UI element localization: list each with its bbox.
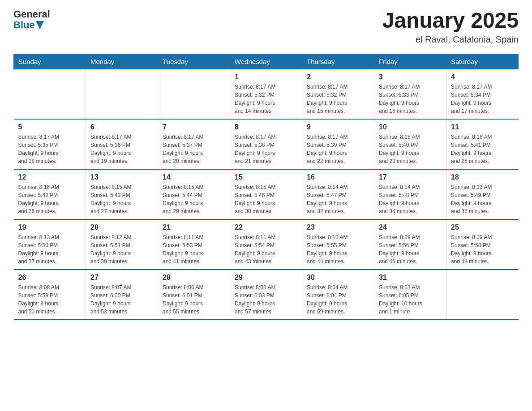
day-info: Sunrise: 8:17 AM Sunset: 5:36 PM Dayligh…	[90, 133, 153, 165]
calendar-cell: 20Sunrise: 8:12 AM Sunset: 5:51 PM Dayli…	[86, 219, 158, 270]
calendar-cell: 1Sunrise: 8:17 AM Sunset: 5:32 PM Daylig…	[230, 69, 302, 119]
calendar-cell: 6Sunrise: 8:17 AM Sunset: 5:36 PM Daylig…	[86, 119, 158, 169]
day-info: Sunrise: 8:14 AM Sunset: 5:47 PM Dayligh…	[307, 183, 369, 215]
month-title: January 2025	[382, 9, 519, 33]
day-info: Sunrise: 8:16 AM Sunset: 5:41 PM Dayligh…	[451, 133, 514, 165]
day-number: 18	[451, 173, 514, 181]
day-info: Sunrise: 8:07 AM Sunset: 6:00 PM Dayligh…	[90, 283, 153, 316]
calendar-cell: 14Sunrise: 8:15 AM Sunset: 5:44 PM Dayli…	[158, 169, 230, 219]
header-day-friday: Friday	[374, 54, 446, 69]
day-number: 11	[451, 123, 514, 131]
day-number: 25	[451, 223, 514, 231]
week-row-1: 1Sunrise: 8:17 AM Sunset: 5:32 PM Daylig…	[14, 69, 519, 119]
calendar-cell: 16Sunrise: 8:14 AM Sunset: 5:47 PM Dayli…	[302, 169, 374, 219]
calendar-cell	[14, 69, 86, 119]
calendar-cell: 4Sunrise: 8:17 AM Sunset: 5:34 PM Daylig…	[446, 69, 519, 119]
day-number: 1	[235, 73, 297, 81]
day-number: 21	[163, 223, 225, 231]
calendar-cell: 19Sunrise: 8:13 AM Sunset: 5:50 PM Dayli…	[14, 219, 86, 270]
day-info: Sunrise: 8:13 AM Sunset: 5:49 PM Dayligh…	[451, 183, 514, 215]
day-info: Sunrise: 8:10 AM Sunset: 5:55 PM Dayligh…	[307, 233, 369, 265]
day-info: Sunrise: 8:17 AM Sunset: 5:34 PM Dayligh…	[451, 83, 514, 115]
page-header: General Blue January 2025 el Raval, Cata…	[13, 9, 519, 45]
day-info: Sunrise: 8:14 AM Sunset: 5:48 PM Dayligh…	[379, 183, 442, 215]
calendar-cell: 5Sunrise: 8:17 AM Sunset: 5:35 PM Daylig…	[14, 119, 86, 169]
calendar-cell: 21Sunrise: 8:11 AM Sunset: 5:53 PM Dayli…	[158, 219, 230, 270]
header-row: SundayMondayTuesdayWednesdayThursdayFrid…	[14, 54, 519, 69]
calendar-cell: 23Sunrise: 8:10 AM Sunset: 5:55 PM Dayli…	[302, 219, 374, 270]
day-number: 26	[18, 274, 82, 282]
day-info: Sunrise: 8:17 AM Sunset: 5:35 PM Dayligh…	[18, 133, 82, 165]
day-number: 14	[163, 173, 225, 181]
day-number: 10	[379, 123, 442, 131]
header-day-thursday: Thursday	[302, 54, 374, 69]
day-number: 15	[235, 173, 297, 181]
calendar-header: SundayMondayTuesdayWednesdayThursdayFrid…	[14, 54, 519, 69]
day-info: Sunrise: 8:06 AM Sunset: 6:01 PM Dayligh…	[163, 283, 225, 316]
title-block: January 2025 el Raval, Catalonia, Spain	[382, 9, 519, 45]
day-number: 27	[90, 274, 153, 282]
day-info: Sunrise: 8:08 AM Sunset: 5:59 PM Dayligh…	[18, 283, 82, 316]
calendar-cell: 17Sunrise: 8:14 AM Sunset: 5:48 PM Dayli…	[374, 169, 446, 219]
day-info: Sunrise: 8:05 AM Sunset: 6:03 PM Dayligh…	[235, 283, 297, 316]
day-number: 23	[307, 223, 369, 231]
day-number: 20	[90, 223, 153, 231]
day-number: 28	[163, 274, 225, 282]
day-info: Sunrise: 8:17 AM Sunset: 5:32 PM Dayligh…	[307, 83, 369, 115]
calendar-cell: 26Sunrise: 8:08 AM Sunset: 5:59 PM Dayli…	[14, 270, 86, 320]
day-info: Sunrise: 8:15 AM Sunset: 5:46 PM Dayligh…	[235, 183, 297, 215]
day-number: 2	[307, 73, 369, 81]
day-info: Sunrise: 8:11 AM Sunset: 5:54 PM Dayligh…	[235, 233, 297, 265]
week-row-5: 26Sunrise: 8:08 AM Sunset: 5:59 PM Dayli…	[14, 270, 519, 320]
day-number: 24	[379, 223, 442, 231]
day-number: 6	[90, 123, 153, 131]
header-day-tuesday: Tuesday	[158, 54, 230, 69]
calendar-body: 1Sunrise: 8:17 AM Sunset: 5:32 PM Daylig…	[14, 69, 519, 320]
header-day-monday: Monday	[86, 54, 158, 69]
header-day-saturday: Saturday	[446, 54, 519, 69]
logo: General Blue	[13, 9, 50, 30]
calendar-cell: 28Sunrise: 8:06 AM Sunset: 6:01 PM Dayli…	[158, 270, 230, 320]
calendar-cell	[86, 69, 158, 119]
day-number: 17	[379, 173, 442, 181]
calendar-cell: 24Sunrise: 8:09 AM Sunset: 5:56 PM Dayli…	[374, 219, 446, 270]
day-number: 9	[307, 123, 369, 131]
day-number: 29	[235, 274, 297, 282]
day-info: Sunrise: 8:17 AM Sunset: 5:33 PM Dayligh…	[379, 83, 442, 115]
day-info: Sunrise: 8:03 AM Sunset: 6:05 PM Dayligh…	[379, 283, 442, 316]
location-subtitle: el Raval, Catalonia, Spain	[382, 34, 519, 45]
calendar-cell: 31Sunrise: 8:03 AM Sunset: 6:05 PM Dayli…	[374, 270, 446, 320]
day-number: 19	[18, 223, 82, 231]
calendar-cell	[158, 69, 230, 119]
calendar-cell: 25Sunrise: 8:09 AM Sunset: 5:58 PM Dayli…	[446, 219, 519, 270]
day-number: 31	[379, 274, 442, 282]
calendar-cell: 29Sunrise: 8:05 AM Sunset: 6:03 PM Dayli…	[230, 270, 302, 320]
day-info: Sunrise: 8:17 AM Sunset: 5:37 PM Dayligh…	[163, 133, 225, 165]
logo-blue: Blue	[13, 20, 35, 30]
day-number: 12	[18, 173, 82, 181]
day-number: 7	[163, 123, 225, 131]
calendar-cell: 22Sunrise: 8:11 AM Sunset: 5:54 PM Dayli…	[230, 219, 302, 270]
day-info: Sunrise: 8:12 AM Sunset: 5:51 PM Dayligh…	[90, 233, 153, 265]
day-info: Sunrise: 8:04 AM Sunset: 6:04 PM Dayligh…	[307, 283, 369, 316]
week-row-4: 19Sunrise: 8:13 AM Sunset: 5:50 PM Dayli…	[14, 219, 519, 270]
day-number: 4	[451, 73, 514, 81]
week-row-3: 12Sunrise: 8:16 AM Sunset: 5:42 PM Dayli…	[14, 169, 519, 219]
day-number: 30	[307, 274, 369, 282]
day-info: Sunrise: 8:17 AM Sunset: 5:38 PM Dayligh…	[235, 133, 297, 165]
logo-general: General	[13, 9, 50, 20]
day-info: Sunrise: 8:13 AM Sunset: 5:50 PM Dayligh…	[18, 233, 82, 265]
calendar-cell: 18Sunrise: 8:13 AM Sunset: 5:49 PM Dayli…	[446, 169, 519, 219]
day-number: 8	[235, 123, 297, 131]
day-number: 13	[90, 173, 153, 181]
day-info: Sunrise: 8:11 AM Sunset: 5:53 PM Dayligh…	[163, 233, 225, 265]
day-number: 16	[307, 173, 369, 181]
calendar-cell: 7Sunrise: 8:17 AM Sunset: 5:37 PM Daylig…	[158, 119, 230, 169]
calendar-cell: 13Sunrise: 8:15 AM Sunset: 5:43 PM Dayli…	[86, 169, 158, 219]
calendar-cell: 9Sunrise: 8:17 AM Sunset: 5:39 PM Daylig…	[302, 119, 374, 169]
day-info: Sunrise: 8:15 AM Sunset: 5:43 PM Dayligh…	[90, 183, 153, 215]
day-info: Sunrise: 8:16 AM Sunset: 5:40 PM Dayligh…	[379, 133, 442, 165]
svg-marker-0	[36, 21, 44, 29]
day-number: 5	[18, 123, 82, 131]
calendar-cell: 2Sunrise: 8:17 AM Sunset: 5:32 PM Daylig…	[302, 69, 374, 119]
